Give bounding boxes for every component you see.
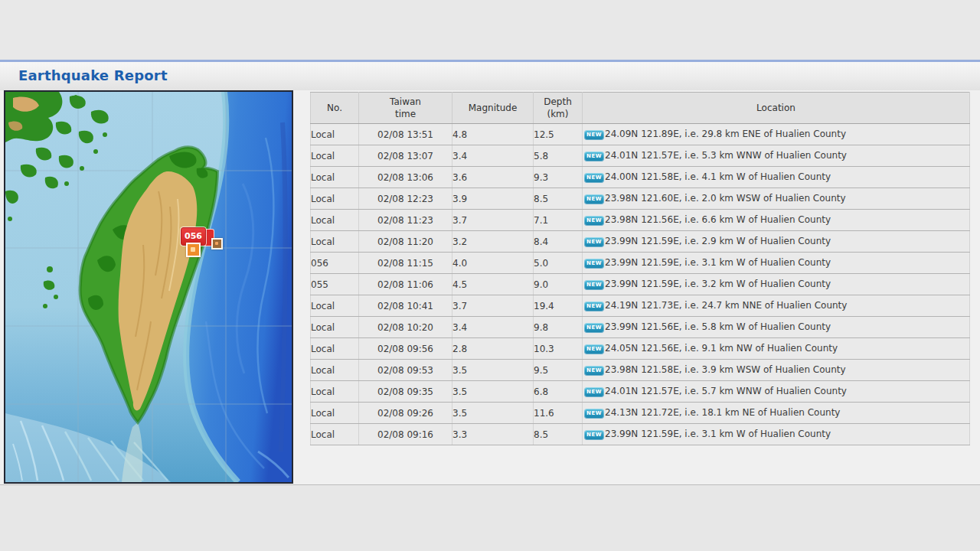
table-row: Local02/08 09:263.511.6NEW24.13N 121.72E… (311, 403, 970, 424)
cell-time: 02/08 09:56 (359, 338, 452, 360)
header-depth: Depth (km) (534, 93, 583, 124)
cell-depth: 5.8 (534, 145, 583, 167)
new-badge: NEW (584, 366, 604, 376)
cell-time: 02/08 09:53 (359, 360, 452, 381)
cell-no: Local (311, 231, 359, 253)
location-text: 24.01N 121.57E, i.e. 5.3 km WNW of Huali… (605, 150, 847, 161)
cell-no: Local (311, 403, 359, 424)
cell-time: 02/08 09:16 (359, 424, 452, 445)
location-text: 23.99N 121.59E, i.e. 2.9 km W of Hualien… (605, 236, 831, 246)
cell-location: NEW24.19N 121.73E, i.e. 24.7 km NNE of H… (583, 295, 970, 317)
taiwan-map: 056 (4, 90, 293, 484)
table-row: Local02/08 10:203.49.8NEW23.99N 121.56E,… (311, 317, 970, 338)
cell-location: NEW24.09N 121.89E, i.e. 29.8 km ENE of H… (583, 124, 970, 145)
cell-location: NEW23.99N 121.56E, i.e. 5.8 km W of Hual… (583, 317, 970, 338)
header-location: Location (583, 93, 970, 124)
cell-time: 02/08 10:41 (359, 295, 452, 317)
location-text: 24.13N 121.72E, i.e. 18.1 km NE of Huali… (605, 407, 840, 418)
cell-location: NEW24.13N 121.72E, i.e. 18.1 km NE of Hu… (583, 403, 970, 424)
location-text: 24.05N 121.56E, i.e. 9.1 km NW of Hualie… (605, 343, 838, 354)
cell-no: 056 (311, 253, 359, 274)
earthquake-table: No. Taiwan time Magnitude Depth (km) Loc… (310, 92, 970, 445)
cell-depth: 11.6 (534, 403, 583, 424)
location-text: 23.98N 121.56E, i.e. 6.6 km W of Hualien… (605, 214, 831, 225)
cell-time: 02/08 13:51 (359, 124, 452, 145)
cell-no: 055 (311, 274, 359, 295)
table-row: Local02/08 11:203.28.4NEW23.99N 121.59E,… (311, 231, 970, 253)
location-text: 23.99N 121.59E, i.e. 3.1 km W of Hualien… (605, 257, 831, 268)
cell-location: NEW24.01N 121.57E, i.e. 5.3 km WNW of Hu… (583, 145, 970, 167)
table-row: Local02/08 09:163.38.5NEW23.99N 121.59E,… (311, 424, 970, 445)
cell-no: Local (311, 167, 359, 188)
new-badge: NEW (584, 302, 604, 311)
cell-depth: 8.4 (534, 231, 583, 253)
table-row: Local02/08 13:063.69.3NEW24.00N 121.58E,… (311, 167, 970, 188)
new-badge: NEW (584, 194, 604, 204)
cell-time: 02/08 09:26 (359, 403, 452, 424)
cell-depth: 9.3 (534, 167, 583, 188)
new-badge: NEW (584, 130, 604, 140)
cell-magnitude: 3.6 (452, 167, 534, 188)
new-badge: NEW (584, 152, 604, 161)
cell-location: NEW23.99N 121.59E, i.e. 3.1 km W of Hual… (583, 253, 970, 274)
cell-depth: 5.0 (534, 253, 583, 274)
cell-no: Local (311, 295, 359, 317)
cell-magnitude: 3.3 (452, 424, 534, 445)
cell-time: 02/08 13:06 (359, 167, 452, 188)
location-text: 23.98N 121.58E, i.e. 3.9 km WSW of Huali… (605, 364, 846, 375)
cell-magnitude: 2.8 (452, 338, 534, 360)
new-badge: NEW (584, 323, 604, 333)
header-taiwan-time: Taiwan time (359, 93, 452, 124)
cell-location: NEW23.99N 121.59E, i.e. 3.1 km W of Hual… (583, 424, 970, 445)
cell-magnitude: 4.8 (452, 124, 534, 145)
header-magnitude: Magnitude (452, 93, 534, 124)
cell-no: Local (311, 317, 359, 338)
epicenter-marker-orange (186, 243, 201, 257)
cell-depth: 10.3 (534, 338, 583, 360)
new-badge: NEW (584, 173, 604, 183)
header-no: No. (311, 93, 359, 124)
taiwan-map-image (5, 92, 292, 482)
cell-time: 02/08 11:20 (359, 231, 452, 253)
cell-magnitude: 3.9 (452, 188, 534, 210)
new-badge: NEW (584, 430, 604, 440)
cell-location: NEW24.00N 121.58E, i.e. 4.1 km W of Hual… (583, 167, 970, 188)
location-text: 23.99N 121.56E, i.e. 5.8 km W of Hualien… (605, 321, 831, 332)
cell-time: 02/08 11:06 (359, 274, 452, 295)
cell-location: NEW23.98N 121.58E, i.e. 3.9 km WSW of Hu… (583, 360, 970, 381)
location-text: 23.99N 121.59E, i.e. 3.2 km W of Hualien… (605, 279, 831, 289)
cell-time: 02/08 09:35 (359, 381, 452, 403)
top-strip (0, 0, 980, 60)
cell-no: Local (311, 381, 359, 403)
new-badge: NEW (584, 259, 604, 269)
marker-dot (215, 242, 218, 245)
cell-time: 02/08 10:20 (359, 317, 452, 338)
cell-depth: 9.8 (534, 317, 583, 338)
cell-location: NEW23.98N 121.56E, i.e. 6.6 km W of Hual… (583, 210, 970, 231)
cell-no: Local (311, 360, 359, 381)
header-line: (km) (534, 108, 582, 120)
marker-dot (191, 247, 195, 252)
cell-magnitude: 3.4 (452, 317, 534, 338)
table-row: Local02/08 10:413.719.4NEW24.19N 121.73E… (311, 295, 970, 317)
table-header-row: No. Taiwan time Magnitude Depth (km) Loc… (311, 93, 970, 124)
new-badge: NEW (584, 387, 604, 397)
location-text: 24.19N 121.73E, i.e. 24.7 km NNE of Hual… (605, 300, 847, 311)
new-badge: NEW (584, 280, 604, 290)
cell-magnitude: 4.0 (452, 253, 534, 274)
cell-depth: 8.5 (534, 188, 583, 210)
cell-time: 02/08 13:07 (359, 145, 452, 167)
cell-no: Local (311, 210, 359, 231)
cell-location: NEW23.99N 121.59E, i.e. 2.9 km W of Hual… (583, 231, 970, 253)
cell-magnitude: 3.5 (452, 360, 534, 381)
table-row: Local02/08 13:514.812.5NEW24.09N 121.89E… (311, 124, 970, 145)
epicenter-marker-small (211, 238, 223, 249)
new-badge: NEW (584, 237, 604, 247)
table-row: 05502/08 11:064.59.0NEW23.99N 121.59E, i… (311, 274, 970, 295)
cell-magnitude: 3.5 (452, 381, 534, 403)
table-row: Local02/08 09:533.59.5NEW23.98N 121.58E,… (311, 360, 970, 381)
heading-band: Earthquake Report (0, 62, 980, 90)
header-line: Depth (534, 96, 582, 108)
table-body: Local02/08 13:514.812.5NEW24.09N 121.89E… (311, 124, 970, 445)
table-row: Local02/08 09:353.56.8NEW24.01N 121.57E,… (311, 381, 970, 403)
